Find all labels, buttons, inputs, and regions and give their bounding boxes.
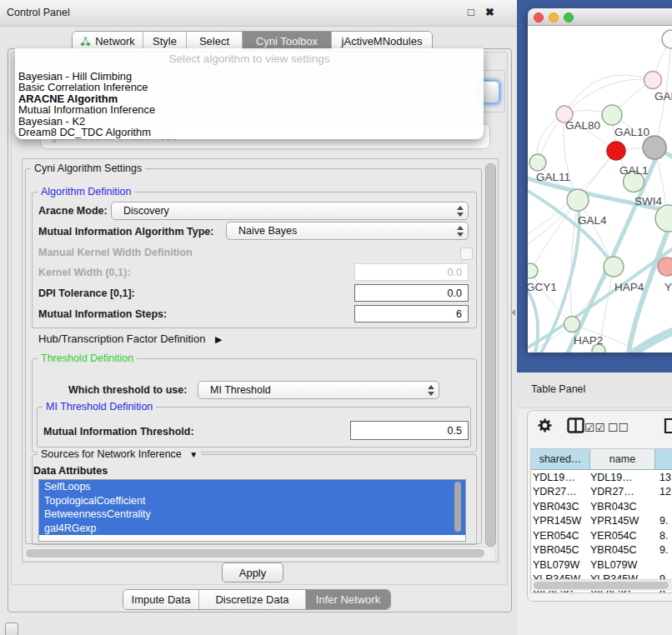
table-row[interactable]: YBL079WYBL079W [531,558,672,572]
sash-collapse-icon[interactable] [511,309,515,316]
stepper-icon [456,226,464,237]
network-graph: GAL GAL80 GAL10 GAL1 GAL11 SWI4 GAL4 GCY… [528,26,672,352]
algorithm-dropdown-placeholder: Select algorithm to view settings [15,52,484,65]
node-label-gal11: GAL11 [536,171,570,183]
mi-steps-field[interactable]: 6 [354,305,469,322]
sources-group-title[interactable]: Sources for Network Inference ▼ [38,448,201,460]
algorithm-dropdown-popup: Select algorithm to view settings Bayesi… [15,48,484,139]
column-header[interactable] [655,449,672,469]
table-row[interactable]: YER054CYER054C8. [531,528,672,543]
dpi-tolerance-label: DPI Tolerance [0,1]: [38,288,135,299]
table-hscrollbar-thumb[interactable] [534,582,669,589]
settings-hscrollbar-thumb[interactable] [26,549,484,558]
gear-icon[interactable] [538,418,552,432]
zoom-window-icon[interactable] [564,12,574,22]
column-header[interactable]: name [590,449,655,469]
node-gray[interactable] [643,136,666,159]
node-left-edge[interactable] [528,263,538,278]
node-y-cut[interactable] [658,258,672,276]
minimize-window-icon[interactable] [549,12,559,22]
data-attribute-item[interactable]: TopologicalCoefficient [39,494,465,508]
algorithm-option[interactable]: Basic Correlation Inference [18,82,480,92]
float-panel-icon[interactable]: □ [468,6,474,18]
select-all-columns-icon[interactable]: ☑☑ [584,421,605,434]
table-row[interactable]: YDL19…YDL19…13 [531,470,672,485]
table-cell: YDR27… [590,486,655,498]
node-gal10[interactable] [602,105,622,125]
table-card: ☑☑ ☐☐ shared…name YDL19…YDL19…13YDR27…YD… [527,410,672,602]
attributes-scrollbar-thumb[interactable] [454,482,461,532]
node-hap4[interactable] [604,257,624,277]
apply-button[interactable]: Apply [222,562,283,582]
table-row[interactable]: YBR045CYBR045C9. [531,543,672,558]
node-hap2[interactable] [564,317,580,332]
data-attributes-list: SelfLoopsTopologicalCoefficientBetweenne… [38,479,466,542]
table-toolbar: ☑☑ ☐☐ [528,411,672,448]
node-label-hap2: HAP2 [574,334,603,347]
algorithm-list: Bayesian - Hill ClimbingBasic Correlatio… [18,71,480,138]
stepper-icon [427,385,434,396]
table-cell: 13 [655,472,672,483]
table-panel-title: Table Panel [531,383,585,395]
mi-algorithm-type-combo[interactable]: Naive Bayes [226,222,469,240]
algorithm-option[interactable]: ARACNE Algorithm [18,93,480,104]
control-panel-title: Control Panel [7,7,70,18]
aracne-mode-combo[interactable]: Discovery [111,202,469,220]
node-unlabeled[interactable] [662,30,672,48]
aracne-mode-label: Aracne Mode: [38,205,108,217]
table-row[interactable]: YDR27…YDR27…12 [531,485,672,500]
settings-vscrollbar-thumb[interactable] [485,163,496,547]
mi-threshold-group-title: MI Threshold Definition [43,401,156,412]
data-attribute-item[interactable]: BetweennessCentrality [39,508,465,522]
network-nodes [528,30,672,352]
table-header-row: shared…name [531,449,672,470]
node-label-gal-cut: GAL [654,90,672,102]
tab-discretize-data[interactable]: Discretize Data [199,590,306,609]
data-attribute-item[interactable]: SelfLoops [39,480,465,494]
table-cell: YPR145W [590,515,655,527]
new-table-icon[interactable] [664,418,672,434]
close-window-icon[interactable] [534,12,544,22]
tab-infer-network[interactable]: Infer Network [306,590,390,609]
table-cell: YBR045C [590,544,655,556]
control-panel-titlebar [0,0,517,27]
node-gal11[interactable] [529,154,546,171]
manual-kernel-width-checkbox[interactable] [460,248,473,260]
algorithm-option[interactable]: Mutual Information Inference [18,104,480,115]
node-gal1[interactable] [607,142,625,160]
algorithm-option[interactable]: Bayesian - Hill Climbing [18,71,480,82]
split-columns-icon[interactable] [567,418,584,433]
table-cell: 9. [655,515,672,527]
node-label-gal4: GAL4 [578,214,607,227]
network-window-titlebar[interactable] [528,8,672,26]
node-gal-cut[interactable] [644,72,662,89]
table-cell: YBR043C [590,501,655,512]
which-threshold-combo[interactable]: MI Threshold [198,381,439,399]
node-label-gal1: GAL1 [619,164,649,177]
table-cell: YBR043C [531,501,590,512]
table-body: YDL19…YDL19…13YDR27…YDR27…12YBR043CYBR04… [531,470,672,593]
unselect-all-columns-icon[interactable]: ☐☐ [608,421,629,434]
tab-network-label: Network [95,35,135,48]
manual-kernel-width-label: Manual Kernel Width Definition [38,247,193,258]
node-table: shared…name YDL19…YDL19…13YDR27…YDR27…12… [530,448,672,593]
kernel-width-field[interactable]: 0.0 [354,263,469,281]
node-label-gcy1: GCY1 [528,281,557,293]
tab-impute-data[interactable]: Impute Data [123,590,199,609]
algorithm-option[interactable]: Bayesian - K2 [18,116,480,127]
table-row[interactable]: YBR043CYBR043C [531,499,672,514]
mi-threshold-field[interactable]: 0.5 [350,421,469,440]
table-row[interactable]: YPR145WYPR145W9. [531,514,672,529]
data-attribute-item[interactable]: gal4RGexp [39,522,465,536]
dpi-tolerance-field[interactable]: 0.0 [354,284,469,302]
column-header[interactable]: shared… [531,449,590,469]
network-icon [80,36,91,47]
node-label-hap4: HAP4 [614,281,644,293]
minimized-panel-icon[interactable] [5,622,18,635]
close-panel-icon[interactable]: ✖ [485,6,494,18]
node-gal4[interactable] [567,189,589,211]
node-label-y-cut: Y [664,281,672,293]
algorithm-option[interactable]: Dream8 DC_TDC Algorithm [18,127,480,138]
mi-steps-label: Mutual Information Steps: [38,308,167,320]
hub-definition-toggle[interactable]: Hub/Transcription Factor Definition ▶ [38,332,222,345]
